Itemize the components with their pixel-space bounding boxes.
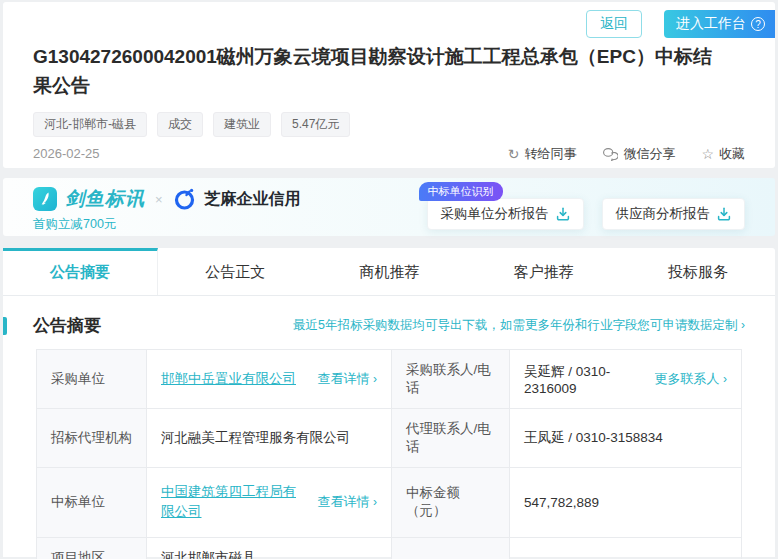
help-icon: ? (751, 17, 765, 31)
empty-label-cell (392, 538, 510, 559)
industry-tag: 建筑业 (213, 112, 271, 137)
discount-text: 首购立减700元 (33, 216, 301, 233)
view-detail-text: 查看详情 (317, 494, 369, 509)
more-contacts-link[interactable]: 更多联系人 › (654, 370, 727, 388)
zhima-logo-icon (173, 187, 197, 211)
download-icon (556, 207, 570, 221)
buyer-analysis-report-button[interactable]: 采购单位分析报告 (427, 198, 584, 230)
agency-company-value: 河北融美工程管理服务有限公司 (161, 429, 350, 447)
table-row-buyer: 采购单位 邯郸中岳置业有限公司 查看详情 › 采购联系人/电话 吴延辉 / 03… (37, 350, 741, 409)
view-detail-text: 查看详情 (317, 371, 369, 386)
star-icon: ☆ (701, 147, 714, 161)
partner-name: 芝麻企业信用 (205, 189, 301, 210)
status-tag: 成交 (157, 112, 203, 137)
favorite-action[interactable]: ☆ 收藏 (701, 145, 745, 163)
wechat-share-action[interactable]: 微信分享 (602, 145, 675, 163)
table-row-winner: 中标单位 中国建筑第四工程局有限公司 查看详情 › 中标金额（元） 547,78… (37, 468, 741, 538)
chevron-right-icon: › (373, 495, 377, 509)
tab-bar: 公告摘要 公告正文 商机推荐 客户推荐 投标服务 (3, 248, 775, 296)
tab-summary[interactable]: 公告摘要 (3, 248, 158, 295)
forward-to-colleague-action[interactable]: ↻ 转给同事 (508, 145, 577, 163)
chevron-right-icon: › (373, 372, 377, 386)
project-region-value: 河北邯郸市磁县 (161, 549, 256, 559)
summary-table: 采购单位 邯郸中岳置业有限公司 查看详情 › 采购联系人/电话 吴延辉 / 03… (36, 349, 742, 559)
supplier-analysis-report-button[interactable]: 供应商分析报告 (602, 198, 746, 230)
wechat-share-label: 微信分享 (623, 145, 675, 163)
meta-row: 2026-02-25 ↻ 转给同事 微信分享 ☆ 收藏 (3, 137, 775, 163)
tab-customers[interactable]: 客户推荐 (467, 248, 621, 295)
forward-label: 转给同事 (524, 145, 576, 163)
summary-section-header: 公告摘要 最近5年招标采购数据均可导出下载，如需更多年份和行业字段您可申请数据定… (3, 314, 745, 337)
agency-label: 招标代理机构 (37, 409, 147, 467)
amount-tag: 5.47亿元 (281, 112, 350, 137)
workspace-button-label: 进入工作台 (676, 15, 746, 33)
brand-name: 剑鱼标讯 (65, 186, 145, 212)
winner-label: 中标单位 (37, 468, 147, 537)
publish-date: 2026-02-25 (33, 146, 100, 161)
region-tag: 河北-邯郸市-磁县 (33, 112, 147, 137)
favorite-label: 收藏 (719, 145, 745, 163)
tab-opportunity[interactable]: 商机推荐 (312, 248, 466, 295)
buyer-company-link[interactable]: 邯郸中岳置业有限公司 (161, 369, 296, 389)
download-icon (717, 207, 731, 221)
buyer-view-detail-link[interactable]: 查看详情 › (317, 370, 377, 388)
header-buttons: 返回 进入工作台 ? (586, 10, 775, 38)
agency-contact-value: 王凤延 / 0310-3158834 (524, 429, 663, 447)
report-buttons: 中标单位识别 采购单位分析报告 供应商分析报告 (427, 198, 746, 230)
winning-amount-label: 中标金额（元） (392, 468, 510, 537)
buyer-label: 采购单位 (37, 350, 147, 408)
buyer-report-label: 采购单位分析报告 (441, 205, 549, 223)
more-contacts-text: 更多联系人 (654, 371, 719, 386)
chevron-right-icon: › (723, 372, 727, 386)
table-row-region: 项目地区 河北邯郸市磁县 (37, 538, 741, 559)
promo-banner: 剑鱼标讯 × 芝麻企业信用 首购立减700元 中标单位识别 采购单位分析报告 (3, 178, 775, 236)
section-accent-bar (3, 317, 7, 335)
forward-circle-icon: ↻ (508, 147, 520, 161)
jianyu-logo-icon (33, 187, 57, 211)
winner-identify-badge: 中标单位识别 (419, 182, 503, 201)
data-export-text: 最近5年招标采购数据均可导出下载，如需更多年份和行业字段您可申请数据定制 (293, 318, 737, 332)
summary-section-title: 公告摘要 (33, 314, 101, 337)
winner-company-link[interactable]: 中国建筑第四工程局有限公司 (161, 482, 309, 523)
supplier-report-label: 供应商分析报告 (616, 205, 711, 223)
wechat-icon (602, 147, 618, 161)
announcement-header-card: 返回 进入工作台 ? G1304272600042001磁州万象云境项目勘察设计… (3, 2, 775, 168)
tag-row: 河北-邯郸市-磁县 成交 建筑业 5.47亿元 (3, 101, 775, 137)
header-actions: ↻ 转给同事 微信分享 ☆ 收藏 (508, 145, 745, 163)
data-export-link[interactable]: 最近5年招标采购数据均可导出下载，如需更多年份和行业字段您可申请数据定制 › (293, 317, 745, 334)
tab-bid-services[interactable]: 投标服务 (621, 248, 775, 295)
table-row-agency: 招标代理机构 河北融美工程管理服务有限公司 代理联系人/电话 王凤延 / 031… (37, 409, 741, 468)
agency-contact-label: 代理联系人/电话 (392, 409, 510, 467)
winning-amount-value: 547,782,889 (524, 495, 599, 510)
cross-separator: × (155, 192, 163, 207)
winner-view-detail-link[interactable]: 查看详情 › (317, 493, 377, 511)
announcement-content-card: 公告摘要 公告正文 商机推荐 客户推荐 投标服务 公告摘要 最近5年招标采购数据… (3, 248, 775, 557)
buyer-contact-value: 吴延辉 / 0310-2316009 (524, 363, 646, 396)
back-button[interactable]: 返回 (586, 10, 642, 38)
tab-full-text[interactable]: 公告正文 (158, 248, 312, 295)
buyer-contact-label: 采购联系人/电话 (392, 350, 510, 408)
enter-workspace-button[interactable]: 进入工作台 ? (664, 10, 775, 38)
project-region-label: 项目地区 (37, 538, 147, 559)
brand-block: 剑鱼标讯 × 芝麻企业信用 首购立减700元 (33, 186, 301, 233)
chevron-right-icon: › (741, 318, 745, 332)
